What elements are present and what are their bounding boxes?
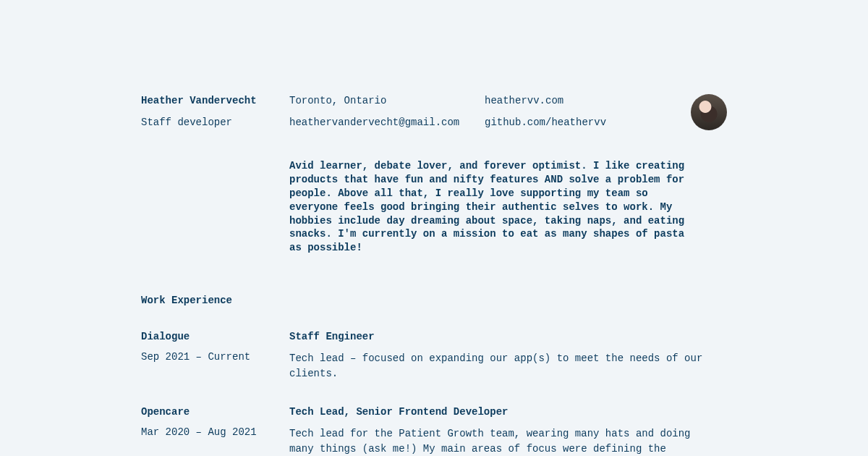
job-left: Opencare Mar 2020 – Aug 2021: [141, 406, 289, 456]
job-left: Dialogue Sep 2021 – Current: [141, 331, 289, 381]
contact-column-2: heathervv.com github.com/heathervv: [485, 94, 637, 130]
job-dates: Sep 2021 – Current: [141, 351, 289, 363]
job-right: Tech Lead, Senior Frontend Developer Tec…: [289, 406, 727, 456]
job-title: Staff Engineer: [289, 331, 727, 342]
job-dates: Mar 2020 – Aug 2021: [141, 426, 289, 438]
job-company: Dialogue: [141, 331, 289, 342]
location: Toronto, Ontario: [289, 94, 485, 109]
person-name: Heather Vandervecht: [141, 94, 289, 109]
job-company: Opencare: [141, 406, 289, 418]
bio-paragraph: Avid learner, debate lover, and forever …: [289, 159, 694, 255]
github-link[interactable]: github.com/heathervv: [485, 116, 637, 130]
job-entry: Dialogue Sep 2021 – Current Staff Engine…: [141, 331, 727, 381]
header: Heather Vandervecht Staff developer Toro…: [141, 94, 727, 130]
contact-column-1: Toronto, Ontario heathervandervecht@gmai…: [289, 94, 485, 130]
website-link[interactable]: heathervv.com: [485, 94, 637, 109]
job-entry: Opencare Mar 2020 – Aug 2021 Tech Lead, …: [141, 406, 727, 456]
person-role: Staff developer: [141, 116, 289, 130]
email[interactable]: heathervandervecht@gmail.com: [289, 116, 485, 130]
avatar: [691, 94, 727, 130]
job-description: Tech lead – focused on expanding our app…: [289, 351, 705, 381]
job-description: Tech lead for the Patient Growth team, w…: [289, 426, 705, 456]
name-block: Heather Vandervecht Staff developer: [141, 94, 289, 130]
job-title: Tech Lead, Senior Frontend Developer: [289, 406, 727, 418]
avatar-wrap: [637, 94, 727, 130]
section-title-work-experience: Work Experience: [141, 295, 727, 306]
resume-page: Heather Vandervecht Staff developer Toro…: [0, 0, 868, 456]
job-right: Staff Engineer Tech lead – focused on ex…: [289, 331, 727, 381]
